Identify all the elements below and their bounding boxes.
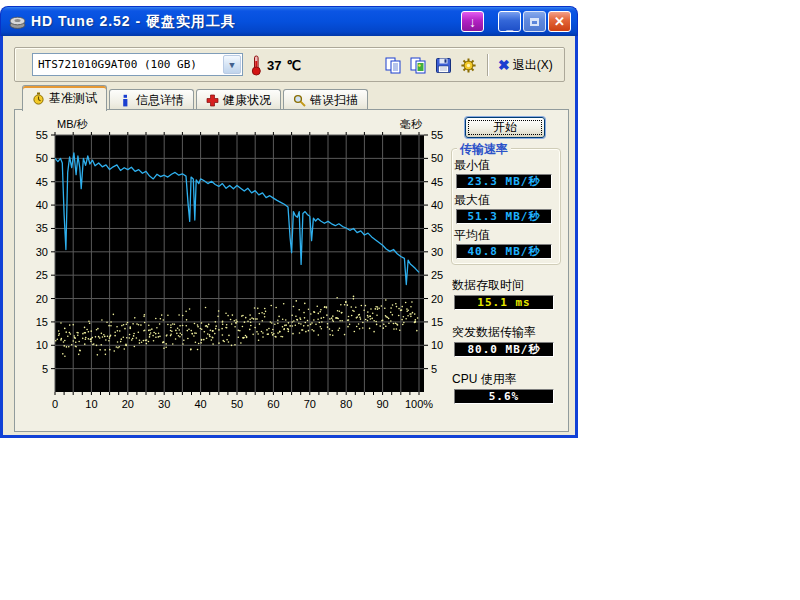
svg-text:MB/秒: MB/秒 (57, 118, 89, 130)
svg-text:5: 5 (431, 363, 437, 375)
info-icon (119, 94, 132, 107)
drive-select[interactable]: HTS721010G9AT00 (100 GB) ▼ (32, 53, 243, 76)
cpu-usage-value: 5.6% (454, 389, 554, 404)
svg-text:毫秒: 毫秒 (400, 118, 423, 130)
timer-icon (32, 92, 45, 105)
cpu-usage-label: CPU 使用率 (452, 371, 517, 388)
access-time-value: 15.1 ms (454, 295, 554, 310)
svg-text:25: 25 (431, 269, 443, 281)
svg-text:0: 0 (52, 398, 58, 410)
svg-text:25: 25 (36, 269, 48, 281)
avg-label: 平均值 (454, 227, 490, 244)
app-window: HD Tune 2.52 - 硬盘实用工具 ↓ _ ✕ HTS721010G9A… (0, 6, 578, 438)
group-title: 传输速率 (457, 141, 511, 158)
exit-label: 退出(X) (513, 57, 553, 74)
svg-text:60: 60 (267, 398, 279, 410)
svg-text:35: 35 (431, 222, 443, 234)
svg-text:50: 50 (431, 152, 443, 164)
svg-text:45: 45 (36, 176, 48, 188)
toolbar: HTS721010G9AT00 (100 GB) ▼ 37 ℃ (14, 47, 565, 82)
svg-text:10: 10 (85, 398, 97, 410)
temperature-unit: ℃ (286, 58, 301, 73)
svg-text:15: 15 (431, 316, 443, 328)
svg-text:35: 35 (36, 222, 48, 234)
tab-info[interactable]: 信息详情 (109, 89, 194, 111)
svg-text:100%: 100% (405, 398, 433, 410)
temperature-indicator: 37 ℃ (251, 53, 301, 77)
svg-text:55: 55 (36, 129, 48, 141)
maximize-icon[interactable] (523, 11, 546, 32)
titlebar: HD Tune 2.52 - 硬盘实用工具 ↓ _ ✕ (0, 6, 578, 36)
tab-health[interactable]: 健康状况 (196, 89, 281, 111)
svg-text:30: 30 (158, 398, 170, 410)
svg-text:20: 20 (122, 398, 134, 410)
min-value: 23.3 MB/秒 (456, 174, 552, 189)
tab-label: 健康状况 (223, 92, 271, 109)
svg-text:40: 40 (431, 199, 443, 211)
minimize-icon[interactable]: _ (498, 11, 521, 32)
thermometer-icon (251, 54, 262, 76)
copy-image-icon[interactable] (406, 53, 431, 77)
svg-text:90: 90 (376, 398, 388, 410)
avg-value: 40.8 MB/秒 (456, 244, 552, 259)
start-button[interactable]: 开始 (465, 117, 545, 138)
health-cross-icon (206, 94, 219, 107)
access-time-label: 数据存取时间 (452, 277, 524, 294)
toolbar-separator (487, 54, 488, 76)
benchmark-page: 5555505045454040353530302525202015151010… (14, 109, 569, 432)
svg-text:50: 50 (231, 398, 243, 410)
download-arrow-icon[interactable]: ↓ (461, 11, 484, 32)
svg-text:10: 10 (36, 339, 48, 351)
min-label: 最小值 (454, 157, 490, 174)
svg-text:20: 20 (36, 293, 48, 305)
svg-text:70: 70 (304, 398, 316, 410)
svg-text:45: 45 (431, 176, 443, 188)
burst-rate-label: 突发数据传输率 (452, 324, 536, 341)
tab-label: 信息详情 (136, 92, 184, 109)
close-icon[interactable]: ✕ (548, 11, 571, 32)
options-gear-icon[interactable] (456, 53, 481, 77)
focus-ring (468, 120, 542, 135)
svg-text:30: 30 (431, 246, 443, 258)
drive-select-value: HTS721010G9AT00 (100 GB) (33, 58, 222, 71)
tab-label: 基准测试 (49, 90, 97, 107)
svg-text:20: 20 (431, 293, 443, 305)
svg-text:55: 55 (431, 129, 443, 141)
magnifier-icon (293, 94, 306, 107)
chevron-down-icon[interactable]: ▼ (223, 55, 241, 74)
exit-x-icon: ✖ (498, 57, 510, 73)
svg-text:40: 40 (36, 199, 48, 211)
copy-text-icon[interactable] (381, 53, 406, 77)
svg-text:5: 5 (42, 363, 48, 375)
tab-benchmark[interactable]: 基准测试 (22, 85, 107, 111)
tab-bar: 基准测试 信息详情 健康状况 错误扫描 (22, 84, 370, 110)
svg-text:10: 10 (431, 339, 443, 351)
max-label: 最大值 (454, 192, 490, 209)
tab-label: 错误扫描 (310, 92, 358, 109)
svg-text:80: 80 (340, 398, 352, 410)
save-floppy-icon[interactable] (431, 53, 456, 77)
exit-button[interactable]: ✖ 退出(X) (494, 55, 557, 76)
hard-disk-icon (9, 14, 26, 29)
svg-text:15: 15 (36, 316, 48, 328)
max-value: 51.3 MB/秒 (456, 209, 552, 224)
svg-text:40: 40 (194, 398, 206, 410)
tab-error-scan[interactable]: 错误扫描 (283, 89, 368, 111)
burst-rate-value: 80.0 MB/秒 (454, 342, 554, 357)
svg-text:30: 30 (36, 246, 48, 258)
temperature-value: 37 (267, 58, 281, 73)
client-area: HTS721010G9AT00 (100 GB) ▼ 37 ℃ (0, 36, 578, 438)
window-title: HD Tune 2.52 - 硬盘实用工具 (31, 13, 461, 31)
svg-text:50: 50 (36, 152, 48, 164)
